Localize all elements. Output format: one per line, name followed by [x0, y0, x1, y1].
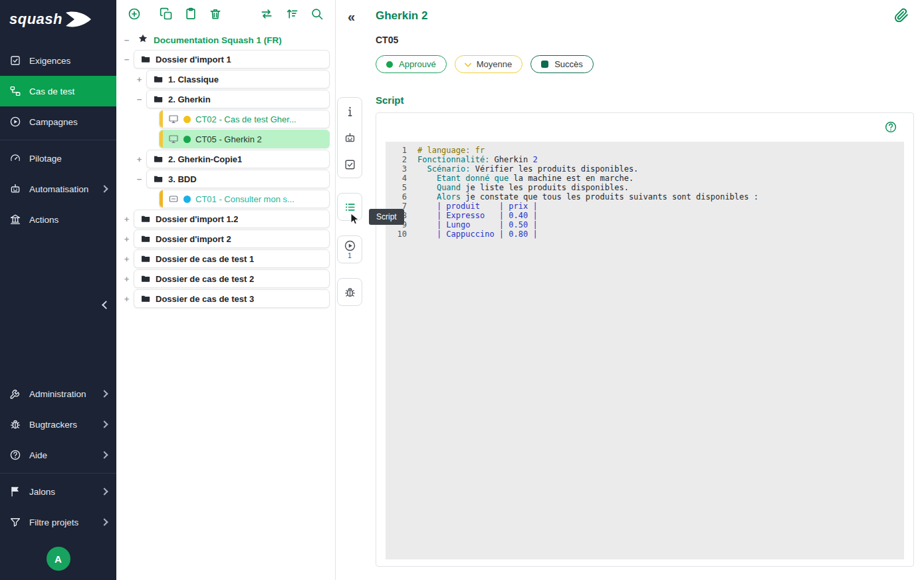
code-line: 4 Etant donné que la machine est en marc…: [386, 174, 904, 183]
sidebar-item-jalons[interactable]: Jalons: [0, 476, 116, 507]
delete-button[interactable]: [207, 6, 223, 22]
sidebar-item-exigences[interactable]: Exigences: [0, 45, 116, 76]
badge-execution[interactable]: Succès: [530, 55, 594, 73]
plus-toggle-icon[interactable]: +: [122, 234, 132, 244]
chevron-right-icon: [100, 518, 108, 525]
tree-row: +Dossier de cas de test 2: [122, 269, 330, 289]
swap-arrows-button[interactable]: [259, 6, 275, 22]
code-text: Scénario: Vérifier les produits disponib…: [417, 164, 638, 174]
robot-icon: [344, 132, 356, 144]
tree-node-folder[interactable]: 3. BDD: [146, 170, 330, 188]
main-panel: 1 Script « Gherkin 2 CT05 ApprouvéMoyenn…: [336, 0, 924, 580]
minus-toggle-icon[interactable]: −: [122, 35, 132, 45]
tree-node-folder[interactable]: Dossier d'import 1.2: [134, 210, 330, 228]
sidebar-item-pilotage[interactable]: Pilotage: [0, 143, 116, 174]
code-line: 7 | produit | prix |: [386, 202, 904, 211]
sidebar-collapse-button[interactable]: [99, 298, 112, 311]
create-button[interactable]: [126, 6, 142, 22]
tree-node-testcase[interactable]: CT02 - Cas de test Gher...: [159, 110, 330, 128]
tree-node-label: Dossier de cas de test 3: [156, 294, 254, 304]
plus-toggle-icon[interactable]: +: [122, 274, 132, 284]
code-text: Fonctionnalité: Gherkin 2: [417, 155, 538, 164]
information-tab-button[interactable]: [338, 98, 362, 124]
importance-edge: [160, 190, 163, 208]
plus-toggle-icon[interactable]: +: [134, 154, 144, 164]
attachments-button[interactable]: [889, 7, 913, 24]
tree-node-label: CT01 - Consulter mon s...: [195, 194, 294, 204]
strip-group-executions: 1: [337, 235, 362, 263]
status-dot-icon: [386, 61, 393, 68]
play-circle-icon: [344, 239, 356, 252]
executions-tab-button[interactable]: 1: [338, 236, 362, 263]
plus-toggle-icon[interactable]: +: [122, 294, 132, 304]
help-circle-icon: [884, 120, 899, 134]
sidebar-item-label: Campagnes: [29, 117, 78, 127]
badge-importance[interactable]: Moyenne: [455, 55, 522, 73]
tree-node-folder[interactable]: 1. Classique: [146, 70, 330, 88]
plus-toggle-icon[interactable]: +: [134, 74, 144, 84]
folder-icon: [153, 174, 164, 184]
sidebar-item-filtre-projets[interactable]: Filtre projets: [0, 507, 116, 537]
tree-row: CT05 - Gherkin 2: [122, 129, 330, 149]
help-button[interactable]: [884, 120, 899, 134]
tree-node-folder[interactable]: Dossier d'import 1: [134, 50, 330, 69]
sidebar-item-cas-de-test[interactable]: Cas de test: [0, 76, 116, 106]
sidebar-item-label: Cas de test: [29, 86, 74, 96]
line-number: 5: [386, 183, 407, 192]
sidebar-item-label: Actions: [29, 215, 58, 225]
badge-label: Succès: [554, 59, 583, 69]
sidebar-item-actions[interactable]: Actions: [0, 204, 116, 235]
bdd-icon: [168, 194, 179, 204]
avatar[interactable]: A: [47, 547, 70, 571]
tree-row: +Dossier de cas de test 1: [122, 249, 330, 269]
search-button[interactable]: [309, 6, 325, 22]
check-square-icon: [344, 158, 356, 171]
tree-node-folder[interactable]: 2. Gherkin: [146, 90, 330, 108]
tree-node-testcase[interactable]: CT05 - Gherkin 2: [159, 130, 330, 148]
tree-root-project[interactable]: − Documentation Squash 1 (FR): [122, 31, 330, 49]
verification-tab-button[interactable]: [338, 151, 362, 178]
tree-row: −2. Gherkin: [122, 89, 330, 109]
tree-node-testcase[interactable]: CT01 - Consulter mon s...: [159, 190, 330, 208]
sidebar-nav-bottom: AdministrationBugtrackersAideJalonsFiltr…: [0, 378, 116, 537]
minus-toggle-icon[interactable]: −: [134, 94, 144, 104]
gherkin-script-editor[interactable]: 1# language: fr2Fonctionnalité: Gherkin …: [386, 142, 904, 559]
line-number: 6: [386, 192, 407, 202]
tree-node-folder[interactable]: 2. Gherkin-Copie1: [146, 150, 330, 168]
copy-button[interactable]: [158, 6, 174, 22]
folder-icon: [153, 154, 164, 164]
bug-icon: [9, 418, 21, 430]
collapse-panel-button[interactable]: «: [344, 8, 359, 26]
tree-node-folder[interactable]: Dossier de cas de test 2: [134, 269, 330, 288]
paste-button[interactable]: [183, 6, 199, 22]
badge-status[interactable]: Approuvé: [376, 55, 447, 73]
issues-tab-button[interactable]: [338, 279, 362, 305]
code-text: Alors je constate que tous les produits …: [417, 192, 758, 202]
strip-group-script: [337, 193, 362, 221]
sidebar-item-bugtrackers[interactable]: Bugtrackers: [0, 409, 116, 440]
folder-icon: [140, 293, 151, 304]
entity-icon-strip: 1: [337, 97, 362, 306]
squash-logo[interactable]: squash: [0, 0, 116, 39]
script-tab-button[interactable]: [338, 194, 362, 220]
status-dot-icon: [183, 116, 191, 123]
sidebar-item-automatisation[interactable]: Automatisation: [0, 174, 116, 204]
tree-node-label: 1. Classique: [168, 74, 219, 84]
plus-toggle-icon[interactable]: +: [122, 214, 132, 224]
sort-button[interactable]: [284, 6, 300, 22]
sidebar-item-aide[interactable]: Aide: [0, 440, 116, 470]
plus-toggle-icon[interactable]: +: [122, 254, 132, 264]
folder-icon: [140, 54, 151, 65]
automation-tab-button[interactable]: [338, 124, 362, 151]
tree-node-folder[interactable]: Dossier de cas de test 1: [134, 249, 330, 268]
sidebar-item-label: Bugtrackers: [29, 420, 77, 430]
strip-group-info: [337, 97, 362, 178]
sidebar-item-administration[interactable]: Administration: [0, 378, 116, 409]
tree-node-folder[interactable]: Dossier d'import 2: [134, 229, 330, 248]
tree-row: +Dossier de cas de test 3: [122, 289, 330, 309]
sidebar-item-campagnes[interactable]: Campagnes: [0, 106, 116, 137]
page-title: Gherkin 2: [376, 9, 914, 23]
tree-node-folder[interactable]: Dossier de cas de test 3: [134, 289, 330, 308]
minus-toggle-icon[interactable]: −: [122, 55, 132, 65]
minus-toggle-icon[interactable]: −: [134, 174, 144, 184]
